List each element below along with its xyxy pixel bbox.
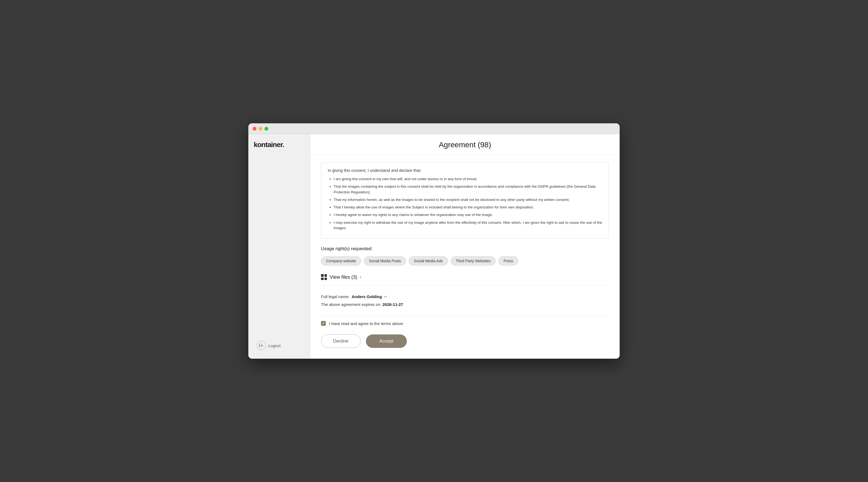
list-item: I hereby agree to waive my rights to any…: [334, 212, 602, 218]
list-item: I may exercise my right to withdraw the …: [334, 220, 602, 231]
decline-button[interactable]: Decline: [321, 335, 361, 348]
view-files-label: View files (3): [330, 274, 357, 280]
app-layout: kontainer. Logout Agreement (98): [248, 134, 620, 359]
usage-tag-social-media-ads: Social Media Ads: [409, 256, 448, 265]
list-item: That my information herein, as well as t…: [334, 197, 602, 202]
main-content: Agreement (98) In giving this consent, I…: [310, 134, 620, 359]
title-bar: [248, 123, 620, 134]
list-item: I am giving this consent in my own free …: [334, 176, 602, 182]
page-title: Agreement (98): [321, 141, 609, 149]
view-files-button[interactable]: View files (3) ›: [321, 274, 609, 286]
expiry-row: The above agreement expires on: 2026-11-…: [321, 302, 609, 307]
agreement-checkbox[interactable]: [321, 321, 326, 326]
grid-icon: [321, 274, 327, 280]
minimize-button[interactable]: [258, 127, 262, 131]
edit-icon[interactable]: ✏: [384, 294, 387, 299]
list-item: That I hereby allow the use of images wh…: [334, 205, 602, 210]
consent-box: In giving this consent, I understand and…: [321, 162, 609, 238]
legal-name-label: Full legal name:: [321, 294, 349, 299]
expiry-date: 2026-11-27: [382, 302, 403, 307]
consent-list: I am giving this consent in my own free …: [328, 176, 602, 231]
logout-icon: [256, 341, 266, 350]
app-window: kontainer. Logout Agreement (98): [248, 123, 620, 359]
logout-label: Logout: [268, 343, 281, 348]
expiry-label: The above agreement expires on:: [321, 302, 381, 307]
chevron-right-icon: ›: [360, 275, 361, 280]
usage-tags: Company website Social Media Posts Socia…: [321, 256, 609, 265]
traffic-lights: [253, 127, 268, 131]
usage-tag-social-media-posts: Social Media Posts: [364, 256, 406, 265]
usage-tag-third-party-websites: Third Party Websites: [451, 256, 496, 265]
consent-intro: In giving this consent, I understand and…: [328, 168, 602, 173]
logout-button[interactable]: Logout: [254, 339, 305, 352]
usage-tag-press: Press: [498, 256, 518, 265]
sidebar-spacer: [254, 154, 305, 339]
legal-name-row: Full legal name: Anders Golding ✏: [321, 294, 609, 299]
legal-name-value: Anders Golding: [352, 294, 382, 299]
action-buttons: Decline Accept: [321, 335, 609, 348]
divider: [321, 315, 609, 316]
agreement-checkbox-row: I have read and agree to the terms above: [321, 321, 609, 326]
main-header: Agreement (98): [310, 134, 620, 155]
list-item: That the images containing the subject i…: [334, 184, 602, 195]
usage-section-label: Usage right(s) requested:: [321, 246, 609, 252]
accept-button[interactable]: Accept: [366, 335, 407, 348]
checkbox-label: I have read and agree to the terms above: [329, 321, 403, 326]
maximize-button[interactable]: [265, 127, 268, 131]
sidebar: kontainer. Logout: [248, 134, 310, 359]
usage-tag-company-website: Company website: [321, 256, 361, 265]
close-button[interactable]: [253, 127, 256, 131]
logo: kontainer.: [254, 141, 305, 149]
content-area: In giving this consent, I understand and…: [310, 155, 620, 359]
